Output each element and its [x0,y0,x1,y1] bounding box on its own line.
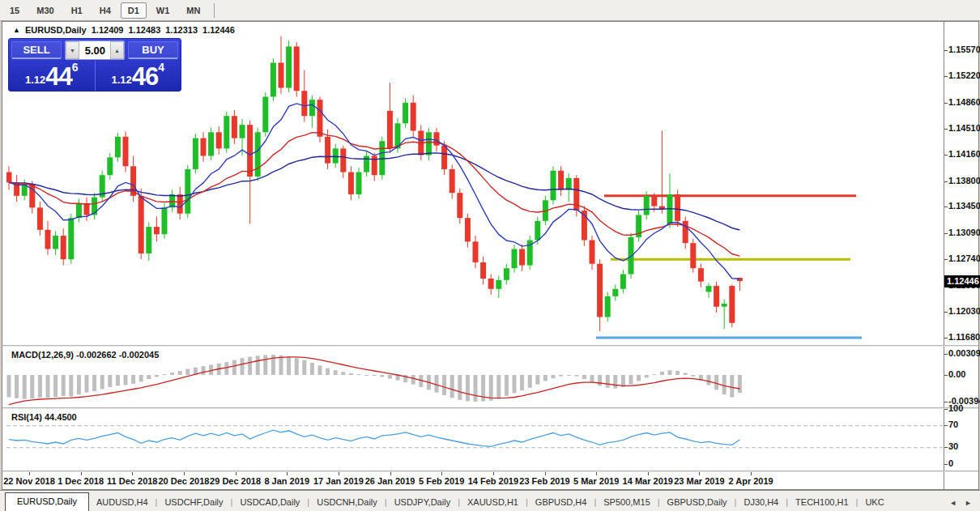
date-axis-label: 17 Jan 2019 [313,476,364,486]
timeframe-button-15[interactable]: 15 [2,2,27,19]
date-axis-label: 5 Mar 2019 [573,476,619,486]
rsi-panel-canvas[interactable] [6,409,943,470]
rsi-axis-label: 0 [948,458,953,468]
chart-title: ▲ EURUSD,Daily 1.12409 1.12483 1.12313 1… [13,25,235,35]
price-axis-label: 1.11680 [948,332,980,342]
volume-increase-icon[interactable]: ▲ [110,41,124,59]
macd-axis-label: 0.003095 [948,348,980,358]
tab-usdcad-daily[interactable]: USDCAD,Daily [232,494,307,511]
price-axis-label: 1.13090 [948,228,980,237]
macd-axis-tick [944,375,948,376]
tab-xauusd-h1[interactable]: XAUUSD,H1 [460,494,526,511]
tab-gbpusd-daily[interactable]: GBPUSD,Daily [660,494,735,511]
date-axis-tick [493,472,494,475]
macd-axis-tick [944,402,948,402]
price-axis-tick [944,155,948,155]
date-axis-label: 5 Feb 2019 [419,476,464,486]
date-axis-label: 26 Jan 2019 [365,476,415,486]
tab-tech100-h1[interactable]: TECH100,H1 [788,494,855,511]
date-axis-tick [596,472,597,475]
volume-decrease-icon[interactable]: ▼ [66,41,79,59]
timeframe-button-d1[interactable]: D1 [121,2,147,19]
price-axis-tick [944,76,948,77]
date-axis-tick [132,472,133,475]
macd-axis-tick [944,354,948,355]
price-axis-tick [944,103,948,104]
ohlc-low: 1.12313 [165,25,198,35]
date-axis-label: 8 Jan 2019 [264,476,309,486]
tab-ukc[interactable]: UKC [858,494,891,511]
sell-price-main: 44 [45,65,71,88]
date-axis-label: 1 Dec 2018 [58,476,104,486]
collapse-trade-panel-icon[interactable]: ▲ [13,26,20,34]
chart-symbol-label: EURUSD,Daily [25,25,87,35]
timeframe-button-h1[interactable]: H1 [64,2,90,19]
rsi-axis-tick [944,409,948,410]
timeframe-button-mn[interactable]: MN [179,2,207,19]
date-axis-label: 23 Feb 2019 [519,476,569,486]
date-axis-tick [545,472,546,475]
price-axis-label: 1.12740 [948,253,980,263]
price-axis-tick [944,259,948,260]
tab-scroll-left-icon[interactable]: ◄ [949,499,957,507]
price-axis-tick [944,338,948,339]
tab-usdjpy-daily[interactable]: USDJPY,Daily [387,494,458,511]
price-axis-tick [944,207,948,207]
rsi-line [9,430,739,446]
rsi-axis-tick [944,425,948,426]
tab-audusd-h4[interactable]: AUDUSD,H4 [89,494,156,511]
macd-label: MACD(12,26,9) -0.002662 -0.002045 [11,350,159,360]
date-axis-label: 14 Mar 2019 [623,476,673,486]
tab-sp500-m15[interactable]: SP500,M15 [596,494,657,511]
date-axis-divider [2,471,978,472]
one-click-trade-panel: SELL ▼ 5.00 ▲ BUY 1.12446 1.12464 [8,38,181,92]
price-axis-label: 1.14160 [948,149,980,159]
rsi-axis-label: 30 [948,441,958,451]
price-axis-tick [944,233,948,234]
sell-price-button[interactable]: 1.12446 [9,61,96,91]
timeframe-button-w1[interactable]: W1 [149,2,177,19]
tab-gbpusd-h4[interactable]: GBPUSD,H4 [528,494,594,511]
buy-price-prefix: 1.12 [111,74,131,86]
axis-divider [944,22,944,489]
date-axis-tick [339,472,339,475]
date-axis-label: 22 Nov 2018 [3,476,55,486]
date-axis-label: 23 Mar 2019 [674,476,724,486]
tab-usdchf-daily[interactable]: USDCHF,Daily [157,494,230,511]
tab-dj30-h4[interactable]: DJ30,H4 [736,494,786,511]
date-axis-tick [699,472,700,475]
price-axis-tick [944,129,948,130]
price-axis-label: 1.13800 [948,176,980,185]
mt4-window: { "toolbar": { "timeframes": ["15","M30"… [0,0,980,511]
date-axis-tick [390,472,391,475]
sell-button[interactable]: SELL [11,41,62,59]
timeframe-button-h4[interactable]: H4 [92,2,118,19]
buy-button[interactable]: BUY [128,41,178,59]
date-axis-tick [751,472,752,475]
current-price-tag: 1.12446 [944,275,980,287]
sell-price-prefix: 1.12 [25,74,45,86]
volume-input[interactable]: 5.00 [79,41,110,59]
tab-scroll-right-icon[interactable]: ► [965,499,972,507]
tab-eurusd-daily[interactable]: EURUSD,Daily [5,492,89,511]
timeframe-toolbar: 15M30H1H4D1W1MN [0,0,980,21]
date-axis-tick [441,472,442,475]
buy-price-button[interactable]: 1.12464 [96,61,181,91]
price-axis-label: 1.14510 [948,123,980,133]
macd-axis-label: 0.00 [948,369,965,379]
rsi-axis-label: 70 [948,419,958,429]
rsi-axis-tick [944,464,948,465]
price-axis-label: 1.12030 [948,306,980,316]
tab-usdcnh-daily[interactable]: USDCNH,Daily [309,494,385,511]
ohlc-high: 1.12483 [128,25,160,35]
price-axis-tick [944,50,948,51]
timeframe-button-m30[interactable]: M30 [29,2,61,19]
price-axis-tick [944,181,948,182]
ohlc-open: 1.12409 [92,25,124,35]
buy-price-pip: 4 [158,61,164,74]
date-axis-tick [81,472,82,475]
volume-spinner: ▼ 5.00 ▲ [65,40,125,60]
rsi-axis-tick [944,447,948,448]
date-axis-tick [648,472,649,475]
toolbar-separator [214,3,215,18]
